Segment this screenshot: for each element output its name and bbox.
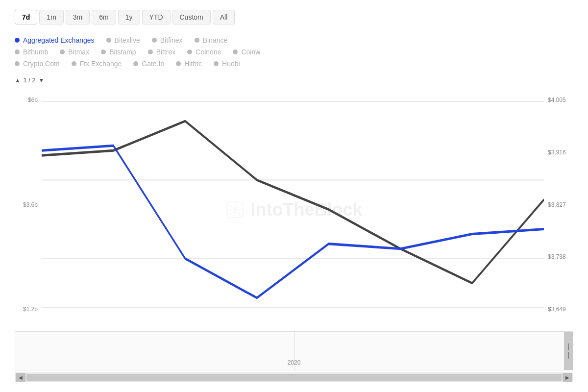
prev-page-arrow[interactable]: ▲ (15, 77, 21, 84)
legend-dot (72, 61, 76, 66)
legend-row-2: Crypto.ComFtx ExchangeGate.IoHitbtcHuobi (15, 60, 573, 68)
y-axis-left: $6b $3.6b $1.2b (15, 92, 42, 327)
time-range-selector: 7d1m3m6m1yYTDCustomAll (15, 10, 573, 24)
legend-row-1: BithumbBitmaxBitstampBittrexCoinoneCoinw (15, 48, 573, 56)
legend-item-bitmax[interactable]: Bitmax (60, 48, 89, 56)
legend-dot (233, 49, 238, 54)
legend-label: Crypto.Com (23, 60, 60, 68)
scrollbar-thumb[interactable] (26, 374, 562, 381)
legend-dot (60, 49, 65, 54)
handle-line-2 (568, 352, 569, 359)
time-btn-custom[interactable]: Custom (172, 10, 211, 24)
legend-label: Bitmax (68, 48, 89, 56)
legend-label: Bitstamp (109, 48, 136, 56)
handle-lines (568, 343, 569, 359)
legend-dot (187, 49, 192, 54)
legend-label: Binance (203, 36, 228, 44)
chart-inner: IntoTheBlock Dec 5 Dec 6 (42, 92, 544, 327)
time-btn-6m[interactable]: 6m (92, 10, 116, 24)
y-right-1: $4,005 (548, 97, 566, 103)
legend-dot (195, 38, 199, 43)
legend-dot (101, 49, 106, 54)
y-label-top: $6b (28, 97, 38, 103)
legend-item-coinw[interactable]: Coinw (233, 48, 260, 56)
legend-label: Hitbtc (184, 60, 202, 68)
legend-item-gate-io[interactable]: Gate.Io (133, 60, 164, 68)
legend-item-bitstamp[interactable]: Bitstamp (101, 48, 136, 56)
chart-svg (42, 92, 544, 327)
scrollbar-right-btn[interactable]: ▶ (563, 373, 572, 382)
page-indicator: 1 / 2 (22, 76, 38, 84)
blue-line (42, 146, 544, 298)
navigator-handle[interactable] (564, 332, 573, 370)
time-btn-1y[interactable]: 1y (118, 10, 140, 24)
legend-item-bitfinex[interactable]: Bitfinex (152, 36, 183, 44)
legend-label: Gate.Io (142, 60, 164, 68)
y-label-mid: $3.6b (23, 201, 38, 208)
legend-item-huobi[interactable]: Huobi (214, 60, 240, 68)
time-btn-7d[interactable]: 7d (15, 10, 37, 24)
time-btn-all[interactable]: All (213, 10, 235, 24)
legend-dot (15, 38, 20, 43)
legend-label: Huobi (222, 60, 240, 68)
legend-label: Coinone (196, 48, 221, 56)
navigator-year: 2020 (288, 359, 301, 366)
y-right-3: $3,827 (548, 201, 566, 208)
legend-dot (176, 61, 181, 66)
scrollbar-track: ◀ ▶ (15, 372, 573, 382)
legend-item-bittrex[interactable]: Bittrex (148, 48, 176, 56)
legend-label: Ftx Exchange (80, 60, 122, 68)
legend-dot (15, 61, 20, 66)
next-page-arrow[interactable]: ▼ (38, 77, 44, 84)
legend-row-0: Aggregated ExchangesBitexliveBitfinexBin… (15, 36, 573, 44)
legend-label: Bitfinex (160, 36, 183, 44)
chart-navigator: 2020 (15, 331, 573, 370)
chart-legend: Aggregated ExchangesBitexliveBitfinexBin… (15, 36, 573, 72)
time-btn-1m[interactable]: 1m (39, 10, 63, 24)
legend-label: Bitexlive (115, 36, 140, 44)
legend-label: Aggregated Exchanges (23, 36, 95, 44)
time-btn-3m[interactable]: 3m (66, 10, 90, 24)
legend-pagination: ▲ 1 / 2 ▼ (15, 76, 573, 84)
y-right-5: $3,649 (548, 306, 566, 313)
legend-item-bitexlive[interactable]: Bitexlive (106, 36, 140, 44)
legend-item-aggregated-exchanges[interactable]: Aggregated Exchanges (15, 36, 95, 44)
chart-wrapper: $6b $3.6b $1.2b IntoTheBlock (15, 92, 573, 382)
legend-item-binance[interactable]: Binance (195, 36, 228, 44)
legend-dot (133, 61, 138, 66)
chart-area: $6b $3.6b $1.2b IntoTheBlock (15, 92, 573, 327)
legend-label: Bithumb (23, 48, 48, 56)
legend-item-bithumb[interactable]: Bithumb (15, 48, 48, 56)
handle-line-1 (568, 343, 569, 350)
legend-item-ftx-exchange[interactable]: Ftx Exchange (72, 60, 122, 68)
time-btn-ytd[interactable]: YTD (142, 10, 171, 24)
legend-dot (214, 61, 219, 66)
y-axis-right: $4,005 $3,916 $3,827 $3,738 $3,649 (544, 92, 573, 327)
legend-dot (152, 38, 157, 43)
legend-item-coinone[interactable]: Coinone (187, 48, 221, 56)
legend-dot (15, 49, 20, 54)
legend-label: Bittrex (156, 48, 176, 56)
legend-label: Coinw (241, 48, 260, 56)
y-label-bot: $1.2b (23, 306, 38, 313)
legend-item-hitbtc[interactable]: Hitbtc (176, 60, 202, 68)
y-right-4: $3,738 (548, 253, 566, 260)
y-right-2: $3,916 (548, 149, 566, 156)
legend-dot (106, 38, 111, 43)
scrollbar-left-btn[interactable]: ◀ (16, 373, 25, 382)
legend-dot (148, 49, 153, 54)
legend-item-crypto-com[interactable]: Crypto.Com (15, 60, 60, 68)
